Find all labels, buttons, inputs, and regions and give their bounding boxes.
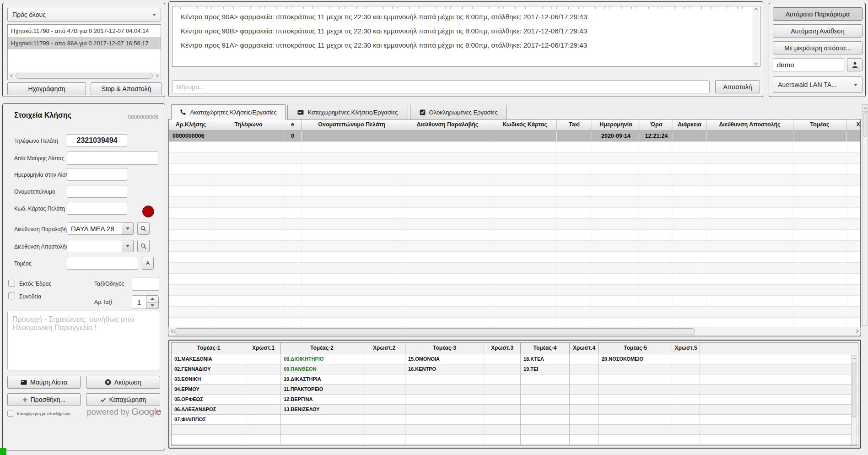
zone-row[interactable]: 02.ΓΕΝΝΑΔΙΟΥ09.ΠΑΝΘΕΟΝ16.ΚΕΝΤΡΟ19.ΤΕΙ (172, 364, 858, 374)
scroll-up-button[interactable] (863, 105, 868, 112)
dropoff-address-input[interactable] (67, 240, 122, 252)
scroll-up-button[interactable] (852, 356, 857, 362)
zones-table-header: Τομέας-1Χρωστ.1Τομέας-2Χρωστ.2Τομέας-3Χρ… (172, 343, 858, 354)
stop-send-button[interactable]: Stop & Αποστολή (91, 82, 162, 95)
customer-name-input[interactable] (67, 185, 127, 198)
phone-system-dropdown[interactable]: Auerswald LAN TA... (773, 76, 863, 93)
table-row[interactable]: 000000000602020-09-1412:21:24 (169, 131, 860, 142)
zone-row[interactable]: 04.ΕΡΜΟΥ11.ΠΡΑΚΤΟΡΕΙΟ (172, 385, 858, 395)
zone-row[interactable]: 03.ΕΘΝΙΚΗ10.ΔΙΚΑΣΤΗΡΙΑ (172, 374, 858, 385)
sector-auto-button[interactable]: A (142, 257, 154, 270)
message-line: Κέντρο προς 90A> φαρμακεία: ιπποκράτους … (173, 13, 760, 21)
column-header[interactable]: Τηλέφωνο (213, 119, 284, 130)
recipient-dropdown[interactable]: Πρός όλους (7, 8, 161, 22)
blacklist-button[interactable]: Μαύρη Λίστα (7, 376, 81, 389)
tab-label: Καταχωρημένες Κλήσεις/Εργασίες (307, 109, 398, 116)
chevron-down-icon (854, 84, 857, 86)
column-header[interactable]: Τομέας-5 (599, 343, 672, 354)
scroll-right-icon[interactable] (154, 74, 160, 78)
column-header[interactable]: Χρωστ.1 (246, 343, 281, 354)
stepper-up-button[interactable] (146, 296, 158, 303)
calls-grid-horizontal-scrollbar[interactable] (168, 327, 861, 336)
zone-row[interactable]: 05.ΟΡΦΕΩΣ12.ΒΕΡΓΙΝΑ (172, 395, 858, 405)
auto-assign-button[interactable]: Αυτόματη Ανάθεση (773, 24, 863, 38)
blacklist-date-input[interactable] (67, 168, 127, 181)
tab-registered-calls[interactable]: Καταχωρημένες Κλήσεις/Εργασίες (287, 105, 408, 119)
dropoff-address-dropdown-button[interactable] (122, 240, 134, 252)
min-distance-button[interactable]: Με μικρότερη απόστα... (773, 41, 863, 54)
dropoff-address-search-button[interactable] (137, 240, 150, 252)
zone-cell-empty (700, 395, 858, 404)
zones-table-body: 01.ΜΑΚΕΔΟΝΙΑ08.ΔΙΟΙΚΗΤΗΡΙΟ15.ΟΜΟΝΟΙΑ18.Κ… (172, 354, 858, 445)
out-of-base-checkbox[interactable] (8, 280, 15, 287)
audio-panel: Πρός όλους Ηχητικό:11798 - από 47B για 0… (2, 3, 165, 97)
taxi-count-stepper[interactable] (146, 295, 159, 309)
register-button[interactable]: Καταχώρηση (86, 393, 160, 406)
message-input[interactable] (172, 80, 710, 93)
scrollbar-thumb[interactable] (852, 363, 856, 417)
calls-grid-vertical-scrollbar[interactable] (862, 104, 868, 326)
column-header[interactable]: Διεύθυνση Παραλαβής (402, 119, 493, 130)
escort-checkbox[interactable] (8, 292, 15, 299)
scroll-left-icon[interactable] (8, 74, 15, 78)
column-header[interactable]: Χρωστ.5 (672, 343, 700, 354)
column-header[interactable]: Κωδικός Κάρτας (493, 119, 557, 130)
message-log[interactable]: Κέντρο προς 90A> φαρμακεία: ιπποκράτους … (172, 6, 760, 67)
column-header[interactable]: Τομέας-1 (172, 343, 246, 354)
stepper-down-button[interactable] (146, 303, 158, 309)
column-header[interactable]: Χρ (846, 119, 861, 130)
taxi-driver-input[interactable] (132, 277, 159, 291)
column-header[interactable]: Χρωστ.4 (570, 343, 599, 354)
zone-row[interactable]: 06.ΑΛΕΞΑΝΔΡΟΣ13.ΒΕΝΙΖΕΛΟΥ (172, 405, 858, 415)
taxi-count-input[interactable] (132, 295, 146, 309)
column-header[interactable]: Χρωστ.3 (484, 343, 521, 354)
message-log-scrollbar[interactable] (752, 7, 760, 66)
add-button[interactable]: Προσθήκη... (7, 393, 81, 406)
scrollbar-thumb[interactable] (16, 73, 153, 79)
column-header[interactable]: Τομέας-2 (281, 343, 363, 354)
column-header[interactable]: Αρ.Κλήσης (169, 119, 213, 130)
column-header[interactable]: Ονοματεπώνυμο Πελάτη (302, 119, 402, 130)
column-header[interactable]: Τομέας (793, 119, 846, 130)
scrollbar-thumb[interactable] (863, 112, 867, 137)
recording-item[interactable]: Ηχητικό:11799 - από 86A για 0 2017-12-07… (8, 37, 161, 49)
checked-box-icon (420, 109, 426, 115)
card-code-input[interactable] (67, 202, 127, 215)
recordings-horizontal-scrollbar[interactable] (8, 72, 160, 79)
tab-completed-jobs[interactable]: Ολοκληρωμένες Εργασίες (410, 105, 507, 119)
blacklist-reason-input[interactable] (67, 152, 158, 165)
send-button[interactable]: Αποστολή (715, 80, 760, 93)
zones-vertical-scrollbar[interactable] (851, 355, 857, 445)
scroll-right-icon[interactable] (854, 329, 860, 333)
operator-button[interactable] (847, 58, 863, 71)
recordings-list[interactable]: Ηχητικό:11798 - από 47B για 0 2017-12-07… (7, 24, 161, 80)
zone-row[interactable] (172, 425, 858, 435)
zone-row[interactable]: 01.ΜΑΚΕΔΟΝΙΑ08.ΔΙΟΙΚΗΤΗΡΙΟ15.ΟΜΟΝΟΙΑ18.Κ… (172, 354, 858, 364)
column-header[interactable]: Διάρκεια (673, 119, 706, 130)
column-header[interactable]: Ημερομηνία (592, 119, 640, 130)
cancel-button[interactable]: Ακύρωση (86, 376, 160, 389)
pickup-address-search-button[interactable] (137, 222, 150, 235)
column-header[interactable]: Τομέας-3 (405, 343, 484, 354)
customer-phone-input[interactable] (67, 134, 127, 147)
column-header[interactable]: e (284, 119, 302, 130)
auto-park-button[interactable]: Αυτόματο Παρκάρισμα (773, 7, 863, 21)
column-header[interactable]: Ώρα (640, 119, 673, 130)
zone-row[interactable]: 07.ΦΙΛΙΠΠΟΣ (172, 415, 858, 425)
operator-input[interactable] (773, 58, 844, 71)
record-button[interactable]: Ηχογράφηση (7, 82, 86, 95)
column-header[interactable]: Taxi (557, 119, 592, 130)
recording-item[interactable]: Ηχητικό:11798 - από 47B για 0 2017-12-07… (8, 25, 161, 37)
pickup-address-input[interactable] (67, 222, 122, 235)
sector-input[interactable] (67, 257, 138, 270)
notes-textarea[interactable] (7, 311, 160, 370)
tab-unregistered-calls[interactable]: Ακαταχώρητες Κλήσεις/Εργασίες (171, 104, 286, 119)
stop-send-button-label: Stop & Αποστολή (102, 85, 151, 92)
column-header[interactable]: Τομέας-4 (521, 343, 570, 354)
column-header[interactable]: Διεύθυνση Αποστολής (706, 119, 793, 130)
zone-row[interactable] (172, 435, 858, 445)
column-header[interactable]: Χρωστ.2 (363, 343, 405, 354)
pickup-address-dropdown-button[interactable] (122, 222, 134, 235)
register-complete-checkbox[interactable] (7, 411, 13, 417)
scrollbar-thumb[interactable] (174, 328, 695, 335)
